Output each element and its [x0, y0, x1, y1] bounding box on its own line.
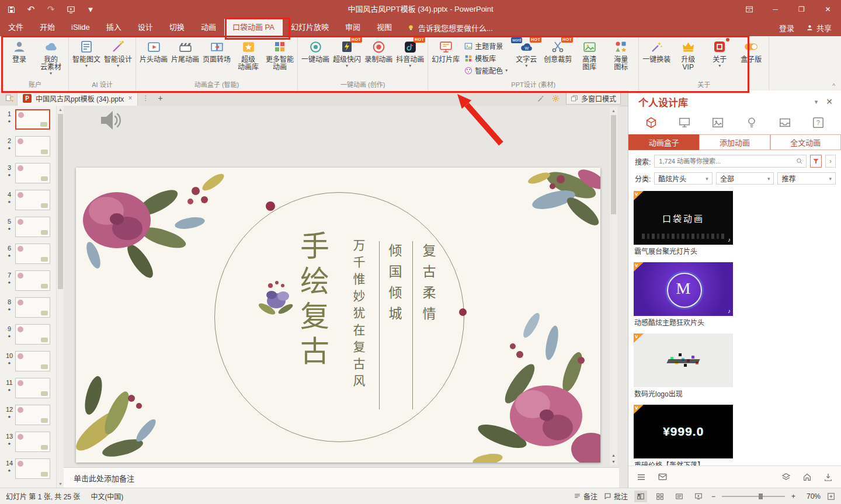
next-page-button[interactable]: ›: [825, 155, 836, 168]
tab-home[interactable]: 开始: [32, 19, 63, 36]
gear-icon[interactable]: [551, 94, 560, 103]
slideshow-view-icon[interactable]: [692, 491, 705, 502]
undo-icon[interactable]: ↶: [26, 4, 36, 15]
start-slideshow-icon[interactable]: [65, 4, 76, 15]
slide-column-b[interactable]: 复古柔情: [418, 244, 438, 328]
animation-box-icon[interactable]: [645, 116, 658, 129]
tab-islide[interactable]: iSlide: [63, 19, 98, 36]
slide-canvas[interactable]: 手绘复古 万千惟妙犹在复古风 倾国倾城 复古柔情: [76, 168, 600, 463]
one-key-outfit-button[interactable]: 一键换装: [641, 36, 672, 81]
image-library-icon[interactable]: [711, 116, 724, 129]
download-icon[interactable]: [823, 472, 833, 482]
scrollbar-thumb[interactable]: [611, 115, 616, 214]
help-icon[interactable]: ?: [812, 116, 825, 129]
tab-close-icon[interactable]: ×: [128, 94, 132, 102]
slide-thumbnail-row[interactable]: 3 ★: [0, 161, 56, 188]
redo-icon[interactable]: ↷: [46, 4, 56, 15]
outro-animation-button[interactable]: 片尾动画: [169, 36, 201, 81]
tab-slideshow[interactable]: 幻灯片放映: [283, 19, 337, 36]
thumbnail-scrollbar[interactable]: ▲ ▼: [56, 106, 64, 488]
slide-thumbnail-row[interactable]: 6 ★: [0, 242, 56, 269]
slide-thumbnail-image[interactable]: [15, 190, 50, 210]
word-cloud-button[interactable]: word HOT W 文字云 ▾: [510, 36, 542, 81]
more-smart-animation-button[interactable]: 更多智能动画: [264, 36, 296, 81]
category-select-1[interactable]: 酷炫片头▾: [654, 172, 713, 185]
idea-bulb-icon[interactable]: [745, 116, 758, 129]
smart-color-button[interactable]: 智能配色 ▾: [464, 65, 508, 75]
zoom-out-button[interactable]: −: [711, 492, 715, 500]
tab-transitions[interactable]: 切换: [161, 19, 193, 36]
slide-editor[interactable]: 手绘复古 万千惟妙犹在复古风 倾国倾城 复古柔情 ▲ ▲ ▼: [64, 106, 619, 467]
tab-review[interactable]: 审阅: [337, 19, 369, 36]
icon-library-button[interactable]: 海量图标: [605, 36, 637, 81]
slide-thumbnail-image[interactable]: [15, 109, 50, 130]
slide-thumbnail-row[interactable]: 9 ★: [0, 322, 56, 349]
slide-phrase[interactable]: 万千惟妙犹在复古风: [349, 239, 367, 391]
layers-icon[interactable]: [781, 472, 791, 482]
normal-view-icon[interactable]: [634, 491, 647, 502]
tab-add-animation[interactable]: 添加动画: [699, 134, 770, 150]
document-tab[interactable]: P 中国风古风ppt模板 (34).pptx ×: [17, 91, 138, 106]
slide-thumbnail-row[interactable]: 13 ★: [0, 430, 56, 457]
tab-pocket-animation[interactable]: 口袋动画 PA: [224, 19, 283, 36]
next-slide-icon[interactable]: ▼: [611, 460, 616, 464]
editor-scrollbar[interactable]: ▲ ▲ ▼: [610, 107, 617, 465]
slide-thumbnail-image[interactable]: [15, 458, 50, 479]
slide-thumbnail-row[interactable]: 1 ★: [0, 107, 56, 134]
tab-animations[interactable]: 动画: [193, 19, 224, 36]
slide-thumbnail-image[interactable]: [15, 432, 50, 452]
save-icon[interactable]: [6, 4, 16, 15]
login-button[interactable]: 登录: [4, 36, 35, 81]
filter-button[interactable]: [810, 155, 822, 168]
tab-file[interactable]: 文件: [0, 19, 32, 36]
animation-card[interactable]: V 口袋动画 ♪ 霸气展台聚光灯片头: [634, 191, 733, 257]
card-thumbnail[interactable]: V M ♪: [634, 262, 733, 316]
slide-sorter-view-icon[interactable]: [654, 491, 666, 502]
plugin-wand-icon[interactable]: [537, 94, 545, 103]
slide-thumbnail-image[interactable]: [15, 217, 50, 237]
login-link[interactable]: 登录: [779, 22, 794, 33]
category-select-3[interactable]: 推荐▾: [777, 172, 836, 185]
tab-options-icon[interactable]: ⋮: [138, 94, 153, 102]
mail-icon[interactable]: [658, 472, 668, 482]
tab-design[interactable]: 设计: [130, 19, 161, 36]
tab-insert[interactable]: 插入: [98, 19, 130, 36]
slide-thumbnail-row[interactable]: 11 ★: [0, 376, 56, 403]
slide-thumbnail-row[interactable]: 14 ★: [0, 457, 56, 484]
slide-thumbnail-image[interactable]: [15, 244, 50, 264]
slide-thumbnail-row[interactable]: 4 ★: [0, 188, 56, 215]
notes-toggle-button[interactable]: 备注: [574, 491, 597, 501]
zoom-slider-thumb[interactable]: [759, 493, 763, 499]
card-thumbnail[interactable]: V 口袋动画 ♪: [634, 191, 733, 245]
audio-speaker-icon[interactable]: [98, 108, 124, 133]
tab-animation-box[interactable]: 动画盒子: [628, 134, 699, 150]
smart-text-button[interactable]: 智能图文 ▾: [71, 36, 102, 81]
card-thumbnail[interactable]: V ¥999.0: [634, 405, 733, 458]
customize-quick-access-icon[interactable]: ▾: [85, 4, 96, 15]
panel-collapse-icon[interactable]: ▾: [815, 98, 818, 106]
card-thumbnail[interactable]: V: [634, 333, 733, 387]
collapse-ribbon-icon[interactable]: ^: [832, 83, 835, 89]
slide-counter[interactable]: 幻灯片 第 1 张, 共 25 张: [6, 491, 80, 501]
slide-library-button[interactable]: 幻灯片库: [430, 36, 461, 81]
scrollbar-thumb[interactable]: [58, 114, 63, 289]
slide-thumbnail-image[interactable]: [15, 405, 50, 425]
slide-thumbnail-row[interactable]: 7 ★: [0, 269, 56, 296]
scroll-up-icon[interactable]: ▲: [610, 107, 617, 114]
slide-thumbnail-image[interactable]: [15, 378, 50, 398]
sync-pages-icon[interactable]: [5, 94, 13, 103]
smart-design-button[interactable]: 智能设计 ▾: [102, 36, 134, 81]
ribbon-display-options-icon[interactable]: [736, 0, 762, 19]
slide-thumbnail-image[interactable]: [15, 270, 50, 291]
intro-animation-button[interactable]: 片头动画: [138, 36, 169, 81]
slide-thumbnail-image[interactable]: [15, 324, 50, 345]
slide-thumbnail-image[interactable]: [15, 163, 50, 183]
presentation-icon[interactable]: [678, 116, 691, 129]
my-cloud-assets-button[interactable]: 我的云素材 ▾: [35, 36, 67, 81]
multi-window-mode-button[interactable]: 多窗口模式: [566, 92, 621, 105]
tab-fulltext-animation[interactable]: 全文动画: [770, 134, 841, 150]
upgrade-vip-button[interactable]: 升级VIP: [672, 36, 704, 81]
hd-image-library-button[interactable]: 高清图库: [574, 36, 605, 81]
tab-view[interactable]: 视图: [369, 19, 400, 36]
fit-to-window-icon[interactable]: [827, 492, 835, 500]
